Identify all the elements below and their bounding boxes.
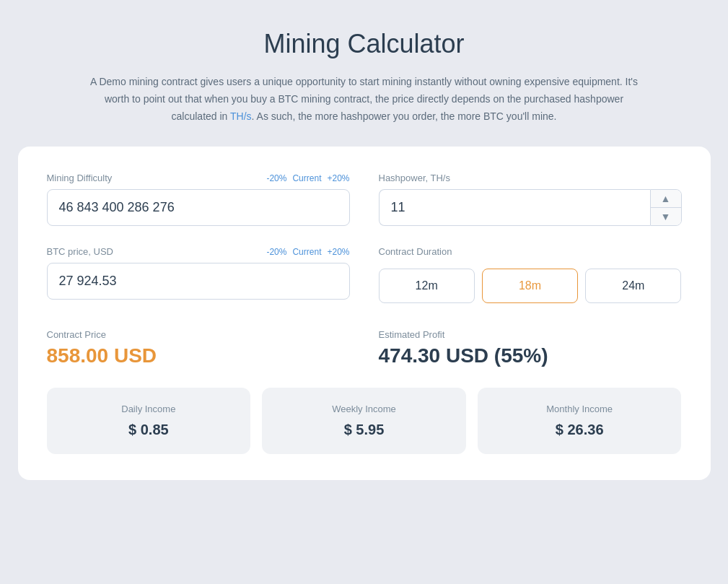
- mining-difficulty-minus[interactable]: -20%: [266, 173, 286, 183]
- daily-income-label: Daily Income: [61, 404, 237, 414]
- monthly-income-value: $ 26.36: [492, 422, 667, 438]
- hashpower-label: Hashpower, TH/s: [379, 173, 450, 183]
- duration-24m-button[interactable]: 24m: [585, 269, 681, 303]
- daily-income-value: $ 0.85: [61, 422, 237, 438]
- description-highlight: TH/s: [230, 110, 252, 122]
- calculator-card: Mining Difficulty -20% Current +20% Hash…: [18, 147, 711, 480]
- btc-price-label: BTC price, USD: [47, 246, 113, 257]
- duration-12m-button[interactable]: 12m: [379, 269, 475, 303]
- duration-buttons: 12m 18m 24m: [379, 269, 682, 303]
- hashpower-up-button[interactable]: ▲: [651, 190, 681, 208]
- hashpower-wrapper: ▲ ▼: [379, 189, 682, 226]
- mining-difficulty-label-row: Mining Difficulty -20% Current +20%: [47, 173, 350, 183]
- estimated-profit-group: Estimated Profit 474.30 USD (55%): [379, 329, 682, 367]
- estimated-profit-value: 474.30 USD (55%): [379, 344, 682, 367]
- contract-price-group: Contract Price 858.00 USD: [47, 329, 350, 367]
- mining-difficulty-label: Mining Difficulty: [47, 173, 113, 183]
- hashpower-group: Hashpower, TH/s ▲ ▼: [379, 173, 682, 226]
- btc-price-input[interactable]: [47, 263, 350, 300]
- weekly-income-label: Weekly Income: [276, 404, 452, 414]
- duration-18m-button[interactable]: 18m: [482, 269, 578, 303]
- btc-price-label-row: BTC price, USD -20% Current +20%: [47, 246, 350, 257]
- contract-duration-group: Contract Duration 12m 18m 24m: [379, 246, 682, 303]
- mining-difficulty-current[interactable]: Current: [292, 173, 321, 183]
- btc-price-group: BTC price, USD -20% Current +20%: [47, 246, 350, 303]
- mining-difficulty-input[interactable]: [47, 189, 350, 226]
- contract-price-label: Contract Price: [47, 329, 350, 340]
- page-container: Mining Calculator A Demo mining contract…: [18, 29, 711, 480]
- btc-price-plus[interactable]: +20%: [327, 247, 349, 257]
- monthly-income-card: Monthly Income $ 26.36: [478, 388, 682, 454]
- hashpower-input[interactable]: [379, 189, 650, 226]
- description-text-2: . As such, the more hashpower you order,…: [252, 110, 557, 122]
- results-row: Contract Price 858.00 USD Estimated Prof…: [47, 323, 682, 367]
- monthly-income-label: Monthly Income: [492, 404, 667, 414]
- page-title: Mining Calculator: [18, 29, 711, 59]
- contract-duration-label-row: Contract Duration: [379, 246, 682, 257]
- btc-price-current[interactable]: Current: [292, 247, 321, 257]
- hashpower-spinner: ▲ ▼: [650, 189, 682, 226]
- btc-price-minus[interactable]: -20%: [266, 247, 286, 257]
- contract-duration-label: Contract Duration: [379, 246, 452, 257]
- page-description: A Demo mining contract gives users a uni…: [90, 74, 639, 125]
- weekly-income-card: Weekly Income $ 5.95: [262, 388, 466, 454]
- daily-income-card: Daily Income $ 0.85: [47, 388, 251, 454]
- form-grid: Mining Difficulty -20% Current +20% Hash…: [47, 173, 682, 303]
- income-cards: Daily Income $ 0.85 Weekly Income $ 5.95…: [47, 388, 682, 454]
- hashpower-label-row: Hashpower, TH/s: [379, 173, 682, 183]
- estimated-profit-label: Estimated Profit: [379, 329, 682, 340]
- mining-difficulty-plus[interactable]: +20%: [327, 173, 349, 183]
- weekly-income-value: $ 5.95: [276, 422, 452, 438]
- mining-difficulty-group: Mining Difficulty -20% Current +20%: [47, 173, 350, 226]
- contract-price-value: 858.00 USD: [47, 344, 350, 367]
- hashpower-down-button[interactable]: ▼: [651, 208, 681, 225]
- mining-difficulty-modifiers: -20% Current +20%: [266, 173, 349, 183]
- btc-price-modifiers: -20% Current +20%: [266, 247, 349, 257]
